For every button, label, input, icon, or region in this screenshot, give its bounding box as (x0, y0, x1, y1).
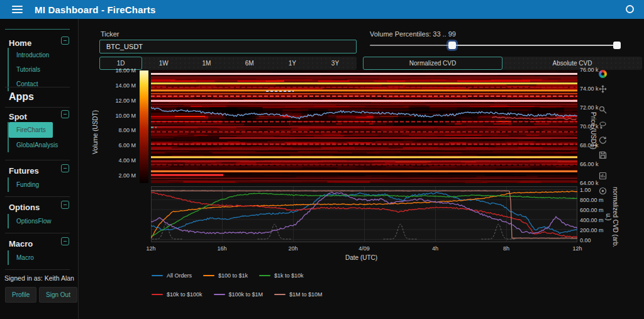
sidebar-divider (5, 29, 70, 30)
sidebar-group-spot: FireCharts GlobalAnalysis (8, 122, 58, 152)
sidebar-group-macro: Macro (8, 250, 34, 265)
save-snapshot-icon[interactable] (598, 150, 608, 160)
sidebar-item-introduction[interactable]: Introduction (9, 48, 49, 62)
sidebar-item-optionsflow[interactable]: OptionsFlow (9, 214, 52, 228)
app-root: MI Dashboard - FireCharts Home Introduct… (0, 0, 644, 319)
header-bar: MI Dashboard - FireCharts (0, 0, 644, 19)
absolute-cvd-button[interactable]: Absolute CVD (502, 57, 642, 70)
sidebar-item-macro[interactable]: Macro (9, 250, 34, 265)
sidebar-section-spot[interactable]: Spot (9, 112, 27, 121)
sidebar-item-funding[interactable]: Funding (9, 177, 39, 192)
heatmap-chart[interactable] (151, 70, 577, 183)
volume-colorbar (140, 70, 148, 183)
sidebar: Home Introduction Tutorials Contact Apps… (0, 19, 79, 319)
legend-item[interactable]: All Orders (152, 272, 192, 279)
range-button-1y[interactable]: 1Y (271, 57, 314, 70)
legend-color-dash (214, 294, 225, 295)
legend-item[interactable]: $1k to $10k (259, 272, 304, 279)
ticker-label: Ticker (101, 30, 119, 38)
collapse-icon-home[interactable] (61, 36, 69, 45)
price-axis-title: Price (USDT) (590, 101, 597, 161)
tick-label: 4.00 M (118, 157, 136, 164)
legend-color-dash (203, 275, 214, 276)
tick-label: 20h (288, 245, 297, 252)
legend-item[interactable]: $100k to $1M (214, 291, 264, 298)
collapse-icon-macro[interactable] (61, 237, 69, 245)
sidebar-item-contact[interactable]: Contact (9, 77, 49, 91)
page-title: MI Dashboard - FireCharts (35, 4, 156, 15)
sidebar-divider (5, 196, 70, 197)
sidebar-group-home: Introduction Tutorials Contact (8, 48, 49, 91)
sidebar-section-macro[interactable]: Macro (9, 239, 33, 249)
legend-label: $1k to $10k (274, 272, 304, 279)
sidebar-item-globalanalysis[interactable]: GlobalAnalysis (9, 138, 58, 152)
tick-label: 64.00 k (580, 180, 599, 186)
sidebar-section-options[interactable]: Options (9, 203, 40, 212)
ticker-input[interactable] (99, 40, 357, 53)
x-axis-title: Date (UTC) (345, 254, 377, 261)
collapse-icon-spot[interactable] (61, 110, 69, 118)
sidebar-group-futures: Funding (8, 177, 39, 192)
legend-label: $10k to $100k (167, 291, 203, 298)
tick-label: 14.00 M (115, 82, 136, 89)
tick-label: 10.00 M (115, 113, 136, 119)
collapse-icon-options[interactable] (61, 201, 69, 209)
legend-row-1: All Orders$100 to $1k$1k to $10k (152, 272, 304, 279)
legend-label: $1M to $10M (289, 291, 323, 298)
slider-min-handle[interactable] (448, 42, 456, 49)
range-button-3y[interactable]: 3Y (314, 57, 357, 70)
range-button-1m[interactable]: 1M (185, 57, 228, 70)
legend-item[interactable]: $100 to $1k (203, 272, 248, 279)
sidebar-group-options: OptionsFlow (8, 214, 52, 228)
tick-label: 1.00 (580, 187, 591, 193)
signout-button[interactable]: Sign Out (39, 287, 77, 303)
legend-color-dash (274, 294, 286, 295)
profile-button[interactable]: Profile (5, 287, 36, 303)
tick-label: 12h (146, 245, 155, 252)
tick-label: 66.00 k (580, 161, 599, 167)
tick-label: 200.00 m (580, 227, 604, 233)
sidebar-section-home[interactable]: Home (9, 38, 31, 48)
autoscale-icon[interactable] (598, 135, 608, 145)
hamburger-menu-icon[interactable] (12, 6, 23, 13)
cvd-chart[interactable] (151, 186, 577, 242)
volume-percentiles-slider[interactable] (370, 41, 619, 50)
signed-in-text: Signed in as: Keith Alan (0, 274, 79, 282)
sidebar-divider (5, 233, 70, 233)
zoom-icon[interactable] (598, 105, 608, 115)
range-button-group: 1D 1W 1M 6M 1Y 3Y (99, 57, 357, 70)
tick-label: 800.00 m (580, 197, 604, 203)
loading-circle-icon (626, 5, 634, 13)
tick-label: 2.00 M (118, 172, 136, 179)
slider-max-handle[interactable] (613, 42, 621, 49)
plotly-logo-icon[interactable] (598, 69, 608, 79)
normalized-cvd-button[interactable]: Normalized CVD (363, 57, 502, 70)
sidebar-item-tutorials[interactable]: Tutorials (9, 62, 49, 77)
tick-label: 12.00 M (115, 98, 136, 104)
legend-item[interactable]: $1M to $10M (274, 291, 323, 298)
reset-axes-icon[interactable] (598, 171, 608, 181)
legend-color-dash (152, 294, 163, 295)
tick-label: 4/09 (358, 245, 370, 252)
tick-label: 74.00 k (580, 86, 599, 92)
sidebar-section-futures[interactable]: Futures (9, 166, 39, 176)
legend-item[interactable]: $10k to $100k (152, 291, 203, 298)
lasso-select-icon[interactable] (598, 120, 608, 130)
collapse-icon-futures[interactable] (61, 164, 69, 172)
range-button-1w[interactable]: 1W (142, 57, 185, 70)
legend-label: $100 to $1k (218, 272, 248, 279)
cvd-axis-title: normalized CVD (arb. u.) (605, 182, 619, 252)
legend-label: $100k to $1M (229, 291, 264, 298)
tick-label: 0.00 (580, 237, 591, 243)
tick-label: 16h (217, 245, 226, 252)
pan-icon[interactable] (598, 84, 608, 94)
tick-label: 16.00 M (115, 67, 136, 74)
volume-axis: 16.00 M14.00 M12.00 M10.00 M8.00 M6.00 M… (107, 70, 136, 176)
tick-label: 8.00 M (118, 127, 136, 133)
range-button-6m[interactable]: 6M (228, 57, 271, 70)
sidebar-heading-apps: Apps (9, 91, 34, 103)
tick-label: 600.00 m (580, 207, 604, 213)
tick-label: 12h (572, 245, 582, 252)
sidebar-divider (5, 107, 70, 108)
sidebar-item-firecharts[interactable]: FireCharts (9, 122, 53, 138)
